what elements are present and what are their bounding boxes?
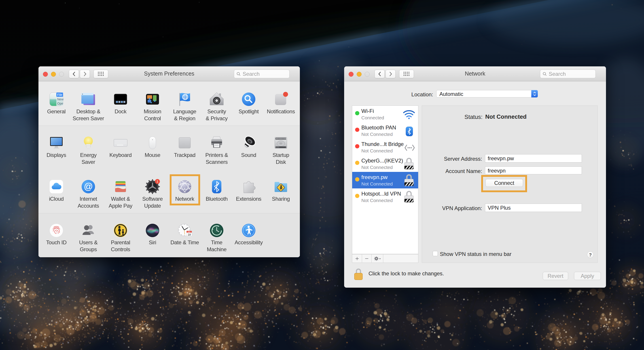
svg-text:18: 18 (188, 233, 191, 236)
svg-text:File: File (57, 93, 62, 96)
svg-text:1: 1 (156, 180, 158, 183)
svg-text:@: @ (84, 181, 93, 191)
svg-text:New: New (57, 97, 64, 101)
svg-text:Ope: Ope (57, 102, 63, 105)
svg-text:JUL: JUL (188, 231, 190, 233)
